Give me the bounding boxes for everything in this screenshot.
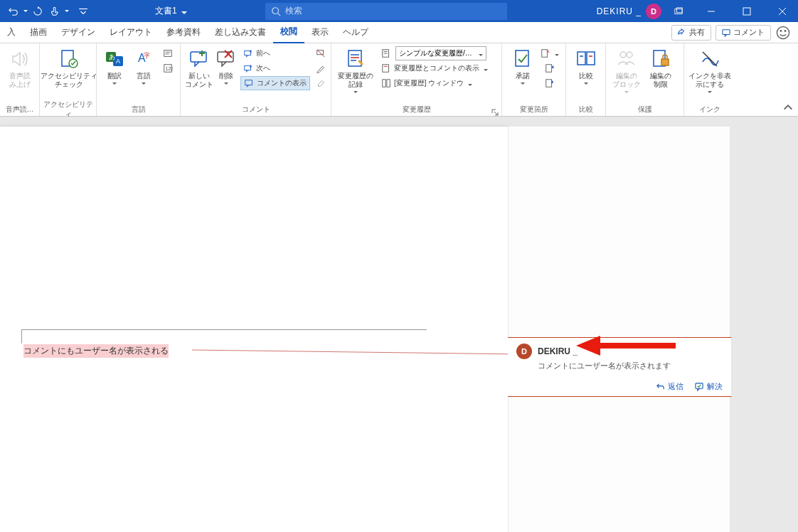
comment-author: DEKIRU _ bbox=[538, 346, 578, 356]
svg-rect-47 bbox=[387, 80, 390, 87]
feedback-button[interactable] bbox=[775, 25, 791, 41]
comment-connector-line bbox=[192, 344, 519, 358]
touch-mode-button[interactable] bbox=[47, 4, 63, 19]
block-authors-label: 編集の ブロック bbox=[612, 72, 641, 89]
touch-dropdown[interactable] bbox=[64, 4, 70, 19]
reject-button[interactable] bbox=[542, 46, 558, 60]
compare-button[interactable]: 比較 bbox=[570, 46, 601, 85]
group-changes-label: 変更箇所 bbox=[502, 103, 565, 116]
reviewing-pane-button[interactable]: [変更履歴] ウィンドウ bbox=[378, 76, 491, 90]
new-comment-button[interactable]: 新しい コメント bbox=[185, 46, 213, 89]
hide-ink-icon bbox=[698, 48, 721, 70]
minimize-button[interactable] bbox=[696, 0, 727, 22]
ribbon-display-button[interactable] bbox=[666, 0, 691, 22]
translate-button[interactable]: あA 翻訳 bbox=[101, 46, 129, 85]
hide-ink-button[interactable]: インクを非表 示にする bbox=[688, 46, 731, 93]
delete-comment-button[interactable]: 削除 bbox=[215, 46, 238, 85]
highlighted-text[interactable]: コメントにもユーザー名が表示される bbox=[23, 344, 169, 358]
close-button[interactable] bbox=[767, 0, 798, 22]
track-changes-button[interactable]: 変更履歴の 記録 bbox=[336, 46, 376, 93]
document-title-text: 文書1 bbox=[155, 5, 177, 17]
accessibility-check-button[interactable]: アクセシビリティ チェック bbox=[44, 46, 94, 89]
resolve-label: 解決 bbox=[707, 381, 723, 392]
maximize-button[interactable] bbox=[731, 0, 762, 22]
word-count-button[interactable] bbox=[160, 46, 176, 60]
display-for-review-combo[interactable]: シンプルな変更履歴/コ… bbox=[395, 46, 486, 60]
svg-rect-55 bbox=[587, 52, 595, 65]
collapse-ribbon-button[interactable] bbox=[782, 102, 794, 113]
read-aloud-label: 音声読 み上げ bbox=[9, 72, 31, 89]
tab-design[interactable]: デザイン bbox=[54, 22, 102, 43]
tab-help[interactable]: ヘルプ bbox=[336, 22, 376, 43]
undo-dropdown[interactable] bbox=[23, 4, 28, 19]
svg-rect-37 bbox=[349, 50, 361, 66]
svg-rect-34 bbox=[245, 80, 252, 85]
user-avatar[interactable]: D bbox=[646, 4, 661, 19]
titlebar: 文書1 検索 DEKIRU _ D bbox=[0, 0, 798, 22]
previous-comment-button[interactable]: 前へ bbox=[240, 46, 310, 60]
svg-rect-3 bbox=[675, 9, 682, 14]
accept-icon bbox=[511, 48, 534, 70]
undo-button[interactable] bbox=[6, 4, 21, 19]
show-markup-label: 変更履歴とコメントの表示 bbox=[394, 63, 479, 73]
language-button[interactable]: A字 言語 bbox=[130, 46, 158, 85]
group-accessibility-label: アクセシビリティ bbox=[40, 103, 96, 116]
group-protect-label: 保護 bbox=[606, 103, 683, 116]
eraser-button[interactable] bbox=[313, 76, 329, 90]
tab-layout[interactable]: レイアウト bbox=[102, 22, 159, 43]
document-area: コメントにもユーザー名が表示される D DEKIRU _ コメントにユーザー名が… bbox=[0, 117, 798, 532]
annotation-arrow bbox=[576, 333, 683, 361]
svg-text:字: 字 bbox=[144, 52, 150, 59]
tab-references[interactable]: 参考資料 bbox=[159, 22, 208, 43]
svg-rect-33 bbox=[245, 66, 251, 70]
reply-button[interactable]: 返信 bbox=[656, 381, 683, 392]
tab-review[interactable]: 校閲 bbox=[273, 22, 304, 43]
svg-point-58 bbox=[620, 52, 626, 58]
ribbon: 音声読 み上げ 音声読… アクセシビリティ チェック アクセシビリティ あA 翻… bbox=[0, 43, 798, 117]
tab-mailings[interactable]: 差し込み文書 bbox=[208, 22, 273, 43]
resolve-button[interactable]: 解決 bbox=[695, 381, 723, 392]
restrict-editing-button[interactable]: 編集の 制限 bbox=[644, 46, 677, 89]
svg-rect-6 bbox=[743, 8, 750, 15]
comments-button[interactable]: コメント bbox=[715, 25, 771, 41]
search-input[interactable]: 検索 bbox=[265, 3, 507, 20]
redo-button[interactable] bbox=[30, 4, 46, 19]
previous-change-button[interactable] bbox=[542, 61, 558, 75]
document-title[interactable]: 文書1 bbox=[155, 5, 187, 17]
thesaurus-button[interactable]: 123 bbox=[160, 61, 176, 75]
svg-rect-64 bbox=[696, 383, 703, 388]
tab-draw[interactable]: 描画 bbox=[23, 22, 54, 43]
accessibility-label: アクセシビリティ チェック bbox=[41, 72, 97, 89]
group-ink-label: インク bbox=[684, 103, 735, 116]
svg-rect-53 bbox=[546, 80, 552, 87]
reply-label: 返信 bbox=[668, 381, 683, 392]
show-markup-button[interactable]: 変更履歴とコメントの表示 bbox=[378, 61, 491, 75]
tracking-launcher[interactable] bbox=[491, 106, 500, 115]
translate-icon: あA bbox=[103, 48, 126, 70]
svg-rect-4 bbox=[676, 7, 682, 12]
group-language-label: 言語 bbox=[97, 103, 180, 116]
next-comment-button[interactable]: 次へ bbox=[240, 61, 310, 75]
page[interactable]: コメントにもユーザー名が表示される bbox=[0, 127, 508, 532]
ribbon-tabs: 入 描画 デザイン レイアウト 参考資料 差し込み文書 校閲 表示 ヘルプ 共有… bbox=[0, 22, 798, 43]
ink-comment-button[interactable] bbox=[313, 46, 329, 60]
tab-insert[interactable]: 入 bbox=[0, 22, 23, 43]
share-label: 共有 bbox=[689, 27, 705, 38]
show-comments-button[interactable]: コメントの表示 bbox=[240, 76, 310, 90]
track-changes-icon bbox=[344, 48, 367, 70]
accept-button[interactable]: 承諾 bbox=[506, 46, 539, 85]
compare-label: 比較 bbox=[579, 72, 593, 80]
svg-line-63 bbox=[192, 350, 519, 354]
pen-button[interactable] bbox=[313, 61, 329, 75]
svg-text:あ: あ bbox=[109, 53, 115, 60]
svg-rect-49 bbox=[542, 50, 548, 58]
block-authors-button: 編集の ブロック bbox=[610, 46, 643, 93]
accept-label: 承諾 bbox=[516, 72, 530, 80]
share-button[interactable]: 共有 bbox=[671, 25, 711, 41]
reviewing-pane-label: [変更履歴] ウィンドウ bbox=[394, 78, 464, 88]
next-change-button[interactable] bbox=[542, 76, 558, 90]
next-label: 次へ bbox=[256, 63, 270, 73]
accessibility-icon bbox=[58, 48, 80, 70]
qat-customize[interactable] bbox=[75, 4, 91, 19]
tab-view[interactable]: 表示 bbox=[304, 22, 336, 43]
